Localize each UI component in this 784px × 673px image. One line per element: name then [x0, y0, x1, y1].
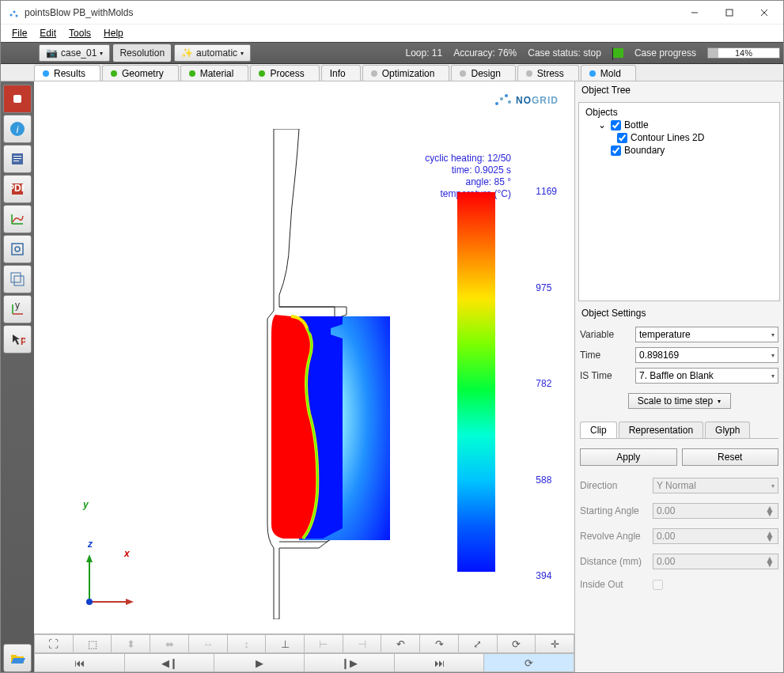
axes-button[interactable]: y [3, 295, 32, 323]
stop-button[interactable] [3, 85, 32, 113]
starting-angle-input: 0.00▲▼ [653, 503, 778, 519]
pdf-button[interactable]: PDF [3, 175, 32, 203]
first-frame-button[interactable]: ⏮ [34, 653, 124, 672]
svg-text:P: P [21, 336, 25, 347]
snapshot-button[interactable] [3, 235, 32, 263]
zoom-box-button[interactable]: ⬚ [73, 634, 112, 653]
colorbar-labels: 1169975 782588 394 [536, 186, 557, 581]
subtab-representation[interactable]: Representation [619, 422, 703, 438]
object-tree[interactable]: Objects ⌄Bottle Contour Lines 2D Boundar… [579, 103, 779, 301]
notes-button[interactable] [3, 145, 32, 173]
pan-up-button[interactable]: ⬍ [111, 634, 150, 653]
pick-point-button[interactable]: ✛ [535, 634, 574, 653]
pan-left-button[interactable]: ↔ [188, 634, 227, 653]
axis-triad: y x z [74, 554, 137, 618]
tree-item-bottle[interactable]: ⌄Bottle [585, 119, 773, 131]
play-button[interactable]: ▶ [214, 653, 304, 672]
svg-text:PDF: PDF [10, 183, 25, 194]
view-xy-button[interactable]: ⊥ [265, 634, 304, 653]
zoom-in-button[interactable]: ⤢ [458, 634, 497, 653]
tab-process[interactable]: Process [250, 65, 319, 81]
menu-edit[interactable]: Edit [33, 26, 62, 40]
progress-label: Case progress [634, 47, 696, 59]
tab-stress[interactable]: Stress [517, 65, 579, 81]
svg-point-2 [16, 14, 18, 17]
view-yz-button[interactable]: ⊣ [343, 634, 381, 653]
time-select[interactable]: 0.898169▾ [635, 347, 778, 363]
object-settings-title: Object Settings [575, 304, 783, 322]
fit-view-button[interactable]: ⛶ [34, 634, 73, 653]
nogrid-logo: NOGRID [492, 91, 559, 108]
transport-row: ⏮ ◀❙ ▶ ❙▶ ⏭ ⟳ [34, 653, 574, 672]
scale-time-step-button[interactable]: Scale to time step▾ [628, 393, 731, 409]
chevron-down-icon: ▾ [100, 50, 103, 57]
svg-rect-4 [726, 9, 733, 16]
subtab-glyph[interactable]: Glyph [705, 422, 750, 438]
maximize-button[interactable] [712, 2, 747, 24]
svg-point-23 [500, 97, 503, 100]
svg-rect-12 [13, 158, 21, 159]
pick-button[interactable]: P [3, 325, 32, 354]
rotate-left-button[interactable]: ↶ [381, 634, 419, 653]
tab-results[interactable]: Results [34, 65, 100, 81]
loop-button[interactable]: ⟳ [483, 653, 574, 672]
last-frame-button[interactable]: ⏭ [394, 653, 484, 672]
chevron-down-icon: ▾ [241, 50, 244, 57]
open-folder-button[interactable] [3, 644, 32, 672]
main-tabs: Results Geometry Material Process Info O… [1, 64, 783, 81]
object-settings-panel: Variable temperature▾ Time 0.898169▾ IS … [575, 322, 783, 597]
reset-button[interactable]: Reset [682, 448, 779, 466]
svg-point-25 [508, 100, 511, 104]
case-selector[interactable]: 📷 case_01 ▾ [39, 44, 110, 62]
pan-right-button[interactable]: ↕ [227, 634, 266, 653]
resolution-selector[interactable]: ✨ automatic ▾ [174, 44, 251, 62]
tab-design[interactable]: Design [451, 65, 515, 81]
tab-geometry[interactable]: Geometry [102, 65, 179, 81]
svg-rect-13 [13, 161, 19, 161]
spin-button[interactable]: ⟳ [497, 634, 536, 653]
rotate-right-button[interactable]: ↷ [419, 634, 458, 653]
svg-point-22 [495, 102, 498, 105]
main-toolbar: 📷 case_01 ▾ Resolution ✨ automatic ▾ Loo… [1, 42, 783, 64]
istime-select[interactable]: 7. Baffle on Blank▾ [635, 368, 778, 384]
snapshot-all-button[interactable] [3, 265, 32, 293]
prev-frame-button[interactable]: ◀❙ [124, 653, 214, 672]
pan-down-button[interactable]: ⬌ [150, 634, 188, 653]
tree-item-contour[interactable]: Contour Lines 2D [585, 131, 773, 144]
svg-point-17 [15, 247, 20, 251]
colorbar [457, 192, 495, 572]
subtab-clip[interactable]: Clip [580, 422, 617, 438]
revolve-angle-input: 0.00▲▼ [653, 528, 778, 544]
chart-button[interactable] [3, 205, 32, 233]
menu-tools[interactable]: Tools [62, 26, 97, 40]
svg-text:y: y [15, 301, 20, 311]
minimize-button[interactable] [677, 2, 712, 24]
right-pane: Object Tree Objects ⌄Bottle Contour Line… [574, 81, 783, 672]
case-status: Case status: stop [528, 47, 601, 59]
tab-mold[interactable]: Mold [581, 65, 636, 81]
variable-select[interactable]: temperature▾ [635, 327, 778, 342]
titlebar: pointsBlow PB_withMolds [1, 1, 783, 25]
tree-item-boundary[interactable]: Boundary [585, 144, 773, 157]
accuracy-status: Accuracy: 76% [453, 47, 517, 59]
menu-help[interactable]: Help [97, 26, 130, 40]
viewport[interactable]: NOGRID cyclic heating: 12/50time: 0.9025… [34, 81, 574, 633]
apply-button[interactable]: Apply [580, 448, 677, 466]
info-button[interactable]: i [3, 115, 32, 143]
camera-icon: 📷 [46, 47, 58, 59]
tab-optimization[interactable]: Optimization [362, 65, 450, 81]
view-tools-row: ⛶ ⬚ ⬍ ⬌ ↔ ↕ ⊥ ⊢ ⊣ ↶ ↷ ⤢ ⟳ ✛ [34, 634, 574, 653]
tree-root[interactable]: Objects [585, 106, 773, 119]
svg-rect-18 [11, 273, 21, 282]
view-xz-button[interactable]: ⊢ [304, 634, 343, 653]
svg-marker-29 [86, 554, 93, 562]
svg-point-0 [10, 13, 13, 16]
tab-material[interactable]: Material [180, 65, 249, 81]
tab-info[interactable]: Info [321, 65, 361, 81]
close-button[interactable] [747, 2, 782, 24]
left-toolbar: i PDF y P [1, 81, 34, 672]
simulation-render [224, 129, 461, 619]
menu-file[interactable]: File [6, 26, 33, 40]
next-frame-button[interactable]: ❙▶ [304, 653, 394, 672]
distance-input: 0.00▲▼ [653, 554, 778, 569]
